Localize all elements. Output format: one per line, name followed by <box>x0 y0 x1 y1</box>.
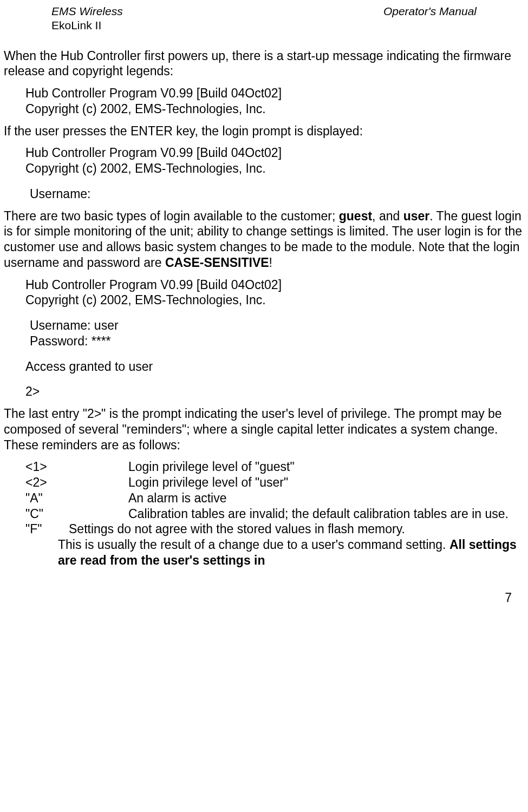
reminders-list: <1> Login privilege level of "guest" <2>… <box>4 459 524 568</box>
code-line: Hub Controller Program V0.99 [Build 04Oc… <box>25 86 524 101</box>
reminder-desc: Calibration tables are invalid; the defa… <box>128 506 524 522</box>
paragraph-prompt: The last entry "2>" is the prompt indica… <box>4 406 524 453</box>
code-line: 2> <box>25 384 524 400</box>
page-number: 7 <box>0 590 528 606</box>
reminder-row: "F" Settings do not agree with the store… <box>25 521 524 537</box>
code-line: Password: **** <box>25 333 524 349</box>
code-block-2: Hub Controller Program V0.99 [Build 04Oc… <box>4 145 524 201</box>
code-line: Username: user <box>25 318 524 333</box>
paragraph-enter-key: If the user presses the ENTER key, the l… <box>4 123 524 139</box>
reminder-row: <2> Login privilege level of "user" <box>25 475 524 490</box>
code-line: Hub Controller Program V0.99 [Build 04Oc… <box>25 145 524 161</box>
page-header: EMS Wireless EkoLink II Operator's Manua… <box>0 4 528 33</box>
code-block-3: Hub Controller Program V0.99 [Build 04Oc… <box>4 277 524 400</box>
code-line: Copyright (c) 2002, EMS-Technologies, In… <box>25 161 524 176</box>
reminder-desc-continued: This is usually the result of a change d… <box>25 537 524 568</box>
text: ! <box>269 256 272 270</box>
code-line: Hub Controller Program V0.99 [Build 04Oc… <box>25 277 524 293</box>
header-left: EMS Wireless EkoLink II <box>51 4 123 33</box>
reminder-row: "A" An alarm is active <box>25 490 524 506</box>
header-left-line1: EMS Wireless <box>51 5 123 17</box>
text: , and <box>372 209 403 223</box>
body-content: When the Hub Controller first powers up,… <box>0 48 528 568</box>
code-line: Copyright (c) 2002, EMS-Technologies, In… <box>25 101 524 117</box>
text: There are two basic types of login avail… <box>4 209 339 223</box>
text: This is usually the result of a change d… <box>58 538 449 552</box>
reminder-row: <1> Login privilege level of "guest" <box>25 459 524 475</box>
reminder-desc: An alarm is active <box>128 490 524 506</box>
bold-user: user <box>403 209 430 223</box>
code-line: Username: <box>25 186 524 202</box>
reminder-key: "F" <box>25 521 58 537</box>
paragraph-login-types: There are two basic types of login avail… <box>4 208 524 271</box>
reminder-key: "A" <box>25 490 58 506</box>
reminder-key: <1> <box>25 459 58 475</box>
header-left-line2: EkoLink II <box>51 19 101 31</box>
reminder-desc: Login privilege level of "user" <box>128 475 524 490</box>
reminder-key: <2> <box>25 475 58 490</box>
bold-case-sensitive: CASE-SENSITIVE <box>165 256 269 270</box>
header-right: Operator's Manual <box>383 4 477 33</box>
bold-guest: guest <box>339 209 372 223</box>
reminder-key: "C" <box>25 506 58 522</box>
reminder-desc: Login privilege level of "guest" <box>128 459 524 475</box>
code-block-1: Hub Controller Program V0.99 [Build 04Oc… <box>4 86 524 117</box>
page: EMS Wireless EkoLink II Operator's Manua… <box>0 0 528 605</box>
reminder-row: "C" Calibration tables are invalid; the … <box>25 506 524 522</box>
code-line: Access granted to user <box>25 359 524 375</box>
code-line: Copyright (c) 2002, EMS-Technologies, In… <box>25 292 524 308</box>
paragraph-intro: When the Hub Controller first powers up,… <box>4 48 524 80</box>
reminder-desc: Settings do not agree with the stored va… <box>69 521 524 537</box>
